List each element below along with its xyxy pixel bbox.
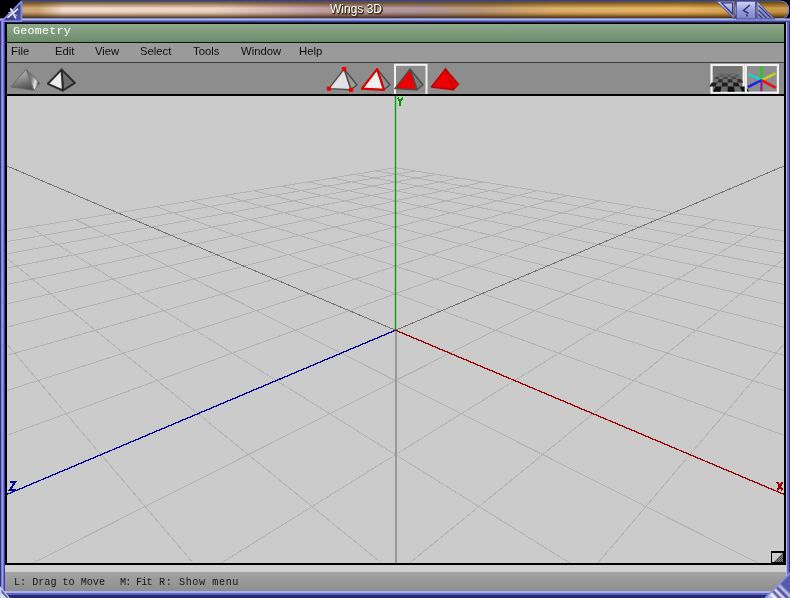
svg-text:Wings 3D: Wings 3D bbox=[330, 2, 382, 16]
